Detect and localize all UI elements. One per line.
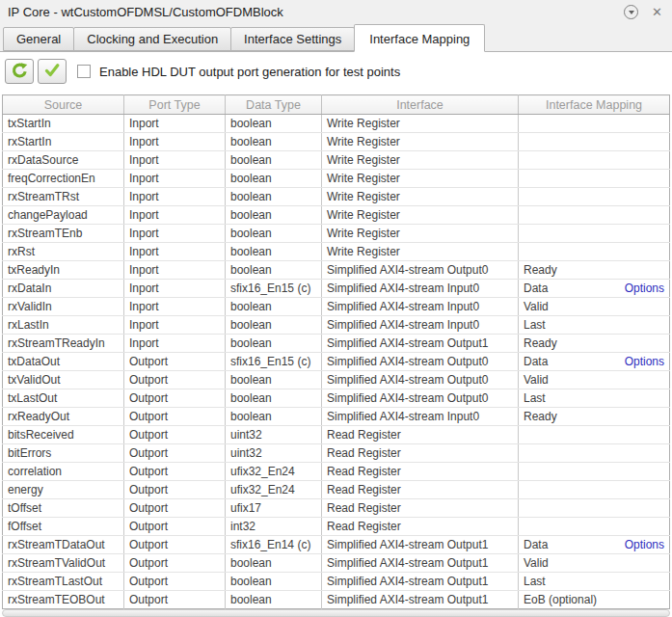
cell-source: tOffset — [3, 499, 124, 518]
tab-interface-settings[interactable]: Interface Settings — [230, 27, 355, 51]
table-row[interactable]: fOffset Outport int32 Read Register — [3, 518, 670, 536]
cell-source: rxStartIn — [3, 133, 124, 151]
table-row[interactable]: rxReadyOut Outport boolean Simplified AX… — [3, 408, 670, 426]
interface-mapping-table: Source Port Type Data Type Interface Int… — [2, 94, 670, 609]
cell-source: rxStreamTValidOut — [3, 554, 124, 573]
cell-data-type: sfix16_En14 (c) — [226, 536, 322, 554]
table-row[interactable]: bitsReceived Outport uint32 Read Registe… — [3, 426, 670, 444]
tab-interface-mapping[interactable]: Interface Mapping — [354, 24, 485, 52]
cell-interface-mapping: Ready — [519, 408, 670, 426]
options-link[interactable]: Options — [625, 538, 664, 551]
column-header-source[interactable]: Source — [3, 95, 124, 115]
cell-interface: Simplified AXI4-stream Output1 — [322, 554, 519, 573]
options-link[interactable]: Options — [625, 355, 664, 368]
column-header-port-type[interactable]: Port Type — [124, 95, 226, 115]
cell-source: bitsReceived — [3, 426, 124, 444]
cell-port-type: Outport — [124, 463, 226, 481]
table-header-row: Source Port Type Data Type Interface Int… — [3, 95, 670, 115]
cell-port-type: Inport — [124, 261, 226, 280]
cell-interface-mapping — [519, 133, 670, 151]
tab-clocking-and-execution[interactable]: Clocking and Execution — [73, 27, 231, 51]
mapping-value: Data — [524, 282, 548, 295]
cell-interface: Read Register — [322, 518, 519, 536]
mapping-value: Valid — [524, 300, 549, 313]
cell-port-type: Inport — [124, 170, 226, 188]
column-header-data-type[interactable]: Data Type — [226, 95, 322, 115]
cell-source: bitErrors — [3, 444, 124, 463]
cell-interface-mapping — [519, 206, 670, 225]
options-link[interactable]: Options — [625, 282, 664, 295]
table-row[interactable]: changePayload Inport boolean Write Regis… — [3, 206, 670, 225]
cell-port-type: Outport — [124, 389, 226, 408]
column-header-interface-mapping[interactable]: Interface Mapping — [519, 95, 670, 115]
cell-data-type: uint32 — [226, 426, 322, 444]
cell-port-type: Outport — [124, 518, 226, 536]
cell-source: rxReadyOut — [3, 408, 124, 426]
test-points-checkbox-label: Enable HDL DUT output port generation fo… — [99, 65, 400, 79]
table-row[interactable]: rxStartIn Inport boolean Write Register — [3, 133, 670, 151]
table-row[interactable]: rxLastIn Inport boolean Simplified AXI4-… — [3, 316, 670, 335]
cell-port-type: Outport — [124, 426, 226, 444]
mapping-value: Last — [524, 318, 546, 332]
table-row[interactable]: rxStreamTReadyIn Inport boolean Simplifi… — [3, 335, 670, 353]
table-row[interactable]: rxDataIn Inport sfix16_En15 (c) Simplifi… — [3, 280, 670, 298]
cell-port-type: Inport — [124, 133, 226, 151]
cell-interface: Simplified AXI4-stream Input0 — [322, 298, 519, 316]
table-body: txStartIn Inport boolean Write Register … — [3, 115, 670, 609]
table-row[interactable]: correlation Outport ufix32_En24 Read Reg… — [3, 463, 670, 481]
title-bar: IP Core - wtCustomOFDMSL/CustomOFDMBlock… — [0, 0, 672, 23]
cell-source: txStartIn — [3, 115, 124, 133]
cell-data-type: boolean — [226, 188, 322, 206]
cell-port-type: Outport — [124, 353, 226, 371]
table-row[interactable]: rxStreamTValidOut Outport boolean Simpli… — [3, 554, 670, 573]
table-row[interactable]: txValidOut Outport boolean Simplified AX… — [3, 371, 670, 389]
cell-source: txReadyIn — [3, 261, 124, 280]
table-row[interactable]: txLastOut Outport boolean Simplified AXI… — [3, 389, 670, 408]
tab-strip: General Clocking and Execution Interface… — [0, 23, 672, 52]
table-row[interactable]: rxStreamTEOBOut Outport boolean Simplifi… — [3, 591, 670, 609]
cell-source: fOffset — [3, 518, 124, 536]
table-row[interactable]: txDataOut Outport sfix16_En15 (c) Simpli… — [3, 353, 670, 371]
refresh-button[interactable] — [5, 59, 34, 84]
cell-data-type: ufix32_En24 — [226, 481, 322, 499]
cell-interface-mapping: Data Options — [519, 536, 670, 554]
horizontal-scrollbar[interactable] — [2, 609, 670, 617]
cell-data-type: boolean — [226, 115, 322, 133]
cell-interface-mapping: EoB (optional) — [519, 591, 670, 609]
table-row[interactable]: rxStreamTRst Inport boolean Write Regist… — [3, 188, 670, 206]
table-row[interactable]: txReadyIn Inport boolean Simplified AXI4… — [3, 261, 670, 280]
cell-source: rxLastIn — [3, 316, 124, 335]
collapse-panel-icon[interactable] — [624, 5, 638, 19]
table-row[interactable]: freqCorrectionEn Inport boolean Write Re… — [3, 170, 670, 188]
table-row[interactable]: rxStreamTDataOut Outport sfix16_En14 (c)… — [3, 536, 670, 554]
table-row[interactable]: rxStreamTLastOut Outport boolean Simplif… — [3, 573, 670, 591]
table-row[interactable]: rxStreamTEnb Inport boolean Write Regist… — [3, 225, 670, 243]
cell-port-type: Inport — [124, 335, 226, 353]
cell-interface: Simplified AXI4-stream Output0 — [322, 371, 519, 389]
mapping-value: Data — [524, 538, 548, 551]
table-row[interactable]: rxValidIn Inport boolean Simplified AXI4… — [3, 298, 670, 316]
column-header-interface[interactable]: Interface — [322, 95, 519, 115]
window-title: IP Core - wtCustomOFDMSL/CustomOFDMBlock — [8, 5, 624, 19]
cell-interface: Read Register — [322, 426, 519, 444]
cell-port-type: Outport — [124, 554, 226, 573]
cell-interface: Simplified AXI4-stream Output0 — [322, 261, 519, 280]
table-row[interactable]: energy Outport ufix32_En24 Read Register — [3, 481, 670, 499]
cell-port-type: Outport — [124, 444, 226, 463]
table-row[interactable]: bitErrors Outport uint32 Read Register — [3, 444, 670, 463]
test-points-checkbox[interactable] — [77, 65, 91, 78]
window-controls: ✕ — [624, 5, 662, 19]
cell-interface-mapping — [519, 499, 670, 518]
table-row[interactable]: txStartIn Inport boolean Write Register — [3, 115, 670, 133]
cell-port-type: Outport — [124, 408, 226, 426]
table-row[interactable]: rxDataSource Inport boolean Write Regist… — [3, 151, 670, 170]
cell-interface: Write Register — [322, 188, 519, 206]
tab-general[interactable]: General — [3, 27, 74, 51]
validate-button[interactable] — [38, 59, 67, 84]
close-icon[interactable]: ✕ — [652, 6, 662, 18]
table-row[interactable]: tOffset Outport ufix17 Read Register — [3, 499, 670, 518]
cell-interface-mapping: Data Options — [519, 280, 670, 298]
cell-port-type: Inport — [124, 188, 226, 206]
cell-source: rxStreamTDataOut — [3, 536, 124, 554]
table-row[interactable]: rxRst Inport boolean Write Register — [3, 243, 670, 261]
